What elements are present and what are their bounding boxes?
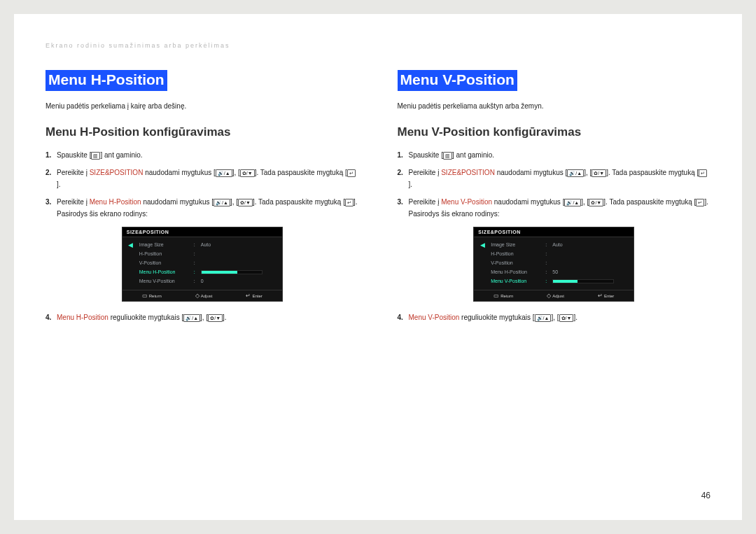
osd-row-label: Menu H-Position bbox=[491, 269, 540, 274]
down-icon: ✿/▼ bbox=[559, 314, 574, 322]
t: ]. bbox=[57, 181, 61, 188]
t: Pereikite į bbox=[409, 169, 442, 176]
t: naudodami mygtukus [ bbox=[495, 169, 567, 176]
steps-list-cont: 4. Menu H-Position reguliuokite mygtukai… bbox=[46, 311, 359, 323]
t: Adjust bbox=[552, 294, 564, 298]
t: Enter bbox=[252, 294, 262, 298]
step-number: 3. bbox=[46, 196, 57, 220]
osd-row: H-Position: bbox=[478, 249, 629, 258]
link-menu-h: Menu H-Position bbox=[90, 198, 141, 206]
osd-colon: : bbox=[192, 251, 197, 256]
step-number: 2. bbox=[46, 167, 57, 190]
section-title-v: Menu V-Position bbox=[398, 70, 517, 91]
two-column-layout: Menu H-Position Meniu padėtis perkeliama… bbox=[46, 70, 710, 329]
osd-header: SIZE&POSITION bbox=[122, 227, 282, 237]
osd-row-value: 0 bbox=[201, 279, 278, 283]
step-number: 1. bbox=[398, 149, 409, 161]
osd-row: Menu H-Position:50 bbox=[478, 267, 629, 276]
step-number: 1. bbox=[46, 149, 57, 161]
t: naudodami mygtukus [ bbox=[492, 198, 564, 206]
osd-slider-track bbox=[201, 270, 262, 274]
osd-row-label: V-Position bbox=[491, 260, 540, 265]
osd-colon: : bbox=[192, 269, 197, 274]
steps-list: 1. Spauskite [▥] ant gaminio. 2. Pereiki… bbox=[46, 149, 359, 220]
t: Return bbox=[149, 294, 162, 298]
up-icon: 🔊/▲ bbox=[214, 199, 230, 206]
enter-icon: ↵ bbox=[696, 199, 704, 206]
osd-row-value: Auto bbox=[201, 242, 278, 247]
link-size-position: SIZE&POSITION bbox=[441, 169, 495, 176]
osd-row: Menu H-Position: bbox=[127, 267, 278, 276]
intro-text: Meniu padėtis perkeliama aukštyn arba že… bbox=[398, 102, 711, 110]
step-number: 4. bbox=[398, 311, 409, 323]
t: ], [ bbox=[200, 314, 208, 321]
step-text: Pereikite į SIZE&POSITION naudodami mygt… bbox=[57, 167, 359, 190]
t: Adjust bbox=[201, 294, 213, 298]
osd-colon: : bbox=[192, 260, 197, 265]
osd-row-label: Menu V-Position bbox=[491, 279, 540, 283]
down-icon: ✿/▼ bbox=[240, 169, 255, 177]
page-number: 46 bbox=[701, 491, 710, 500]
footer-adjust: ◇Adjust bbox=[195, 293, 213, 299]
t: ]. Tada paspauskite mygtuką [ bbox=[603, 198, 696, 206]
return-icon: ▭ bbox=[142, 293, 148, 299]
link-menu-h: Menu H-Position bbox=[57, 314, 108, 321]
osd-panel: SIZE&POSITION ◀Image Size:AutoH-Position… bbox=[473, 227, 634, 302]
osd-slider-fill bbox=[202, 271, 238, 274]
enter-icon: ↵ bbox=[246, 293, 251, 299]
step-1: 1. Spauskite [▥] ant gaminio. bbox=[398, 149, 711, 161]
step-2: 2. Pereikite į SIZE&POSITION naudodami m… bbox=[398, 167, 711, 190]
menu-icon: ▥ bbox=[91, 152, 100, 160]
t: naudodami mygtukus [ bbox=[143, 169, 215, 176]
step-4: 4. Menu H-Position reguliuokite mygtukai… bbox=[46, 311, 359, 323]
osd-colon: : bbox=[192, 242, 197, 247]
t: Enter bbox=[604, 294, 614, 298]
up-icon: 🔊/▲ bbox=[564, 199, 581, 206]
osd-row-label: Menu H-Position bbox=[139, 269, 188, 274]
adjust-icon: ◇ bbox=[195, 293, 200, 299]
osd-row: V-Position: bbox=[127, 258, 278, 267]
osd-row: ◀Image Size:Auto bbox=[127, 240, 278, 249]
osd-colon: : bbox=[544, 260, 548, 265]
step-text: Pereikite į Menu V-Position naudodami my… bbox=[409, 196, 711, 220]
enter-icon: ↵ bbox=[598, 293, 603, 299]
step-4: 4. Menu V-Position reguliuokite mygtukai… bbox=[398, 311, 711, 323]
osd-body: ◀Image Size:AutoH-Position:V-Position:Me… bbox=[122, 237, 282, 290]
t: reguliuokite mygtukais [ bbox=[108, 314, 183, 321]
osd-row-label: V-Position bbox=[139, 260, 188, 265]
osd-slider-track bbox=[552, 279, 614, 283]
menu-icon: ▥ bbox=[443, 152, 452, 160]
t: ]. Tada paspauskite mygtuką [ bbox=[255, 169, 347, 176]
osd-row: ◀Image Size:Auto bbox=[478, 240, 629, 249]
t: Return bbox=[500, 294, 513, 298]
step-text: Pereikite į Menu H-Position naudodami my… bbox=[57, 196, 359, 220]
footer-enter: ↵Enter bbox=[246, 293, 262, 299]
step-text: Menu H-Position reguliuokite mygtukais [… bbox=[57, 311, 359, 323]
t: ]. bbox=[223, 314, 227, 321]
step-text: Menu V-Position reguliuokite mygtukais [… bbox=[409, 311, 711, 323]
osd-panel: SIZE&POSITION ◀Image Size:AutoH-Position… bbox=[122, 227, 283, 302]
return-icon: ▭ bbox=[493, 293, 499, 299]
footer-return: ▭Return bbox=[493, 293, 513, 299]
subsection-title-v: Menu V-Position konfigūravimas bbox=[398, 125, 711, 139]
osd-row-label: Image Size bbox=[491, 242, 540, 247]
osd-body: ◀Image Size:AutoH-Position:V-Position:Me… bbox=[474, 237, 634, 290]
footer-adjust: ◇Adjust bbox=[547, 293, 564, 299]
t: ], [ bbox=[232, 169, 240, 176]
link-size-position: SIZE&POSITION bbox=[90, 169, 144, 176]
column-right: Menu V-Position Meniu padėtis perkeliama… bbox=[398, 70, 711, 329]
footer-return: ▭Return bbox=[142, 293, 162, 299]
step-3: 3. Pereikite į Menu H-Position naudodami… bbox=[46, 196, 359, 220]
t: ]. Tada paspauskite mygtuką [ bbox=[606, 169, 699, 176]
steps-list-cont: 4. Menu V-Position reguliuokite mygtukai… bbox=[398, 311, 711, 323]
osd-screenshot-right: SIZE&POSITION ◀Image Size:AutoH-Position… bbox=[398, 227, 711, 302]
osd-slider-fill bbox=[553, 280, 577, 283]
step-text: Spauskite [▥] ant gaminio. bbox=[409, 149, 711, 161]
t: ] ant gaminio. bbox=[452, 151, 494, 159]
up-icon: 🔊/▲ bbox=[567, 169, 584, 177]
t: ]. bbox=[409, 181, 413, 188]
t: ], [ bbox=[584, 169, 592, 176]
osd-colon: : bbox=[544, 269, 548, 274]
t: Pereikite į bbox=[409, 198, 442, 206]
down-icon: ✿/▼ bbox=[592, 169, 606, 177]
